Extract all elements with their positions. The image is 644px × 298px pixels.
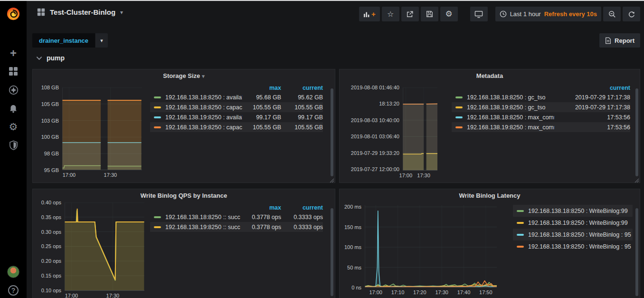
- legend-item[interactable]: 192.168.138.18:8250 : available 95.68 GB…: [150, 92, 323, 102]
- legend: 192.168.138.18:8250 : WriteBinlog:99 192…: [513, 205, 639, 252]
- y-axis-tick-label: 103 GB: [33, 118, 59, 124]
- report-button[interactable]: Report: [599, 33, 640, 48]
- dashboard-title-button[interactable]: Test-Cluster-Binlog ▾: [37, 8, 123, 16]
- y-axis-tick-label: 50 ms: [340, 265, 361, 270]
- page-title: Test-Cluster-Binlog: [50, 8, 115, 16]
- panel-resize-handle[interactable]: [329, 296, 334, 298]
- y-axis-tick-label: 0.25 ops: [33, 243, 61, 249]
- y-axis-tick-label: 100 ms: [340, 244, 361, 250]
- series-color-swatch: [517, 210, 524, 212]
- legend-item[interactable]: 192.168.138.19:8250 :: succ 0.3778 ops 0…: [150, 222, 323, 232]
- legend-header: current: [452, 84, 630, 92]
- panel-title[interactable]: Write Binlog Latency: [340, 192, 640, 199]
- time-range-picker[interactable]: Last 1 hour Refresh every 10s: [495, 7, 601, 21]
- legend-item[interactable]: 192.168.138.19:8250 : gc_tso 2019-07-29 …: [452, 102, 630, 112]
- help-question-icon[interactable]: ?: [0, 282, 27, 298]
- chevron-down-icon[interactable]: ▾: [95, 33, 108, 48]
- y-axis-tick-label: 98 GB: [33, 151, 59, 156]
- series-color-swatch: [455, 106, 463, 108]
- report-label: Report: [615, 37, 635, 44]
- server-admin-shield-icon[interactable]: [0, 137, 27, 153]
- save-icon: [426, 10, 433, 18]
- dashboard-grid-icon: [37, 8, 45, 16]
- configuration-gear-icon[interactable]: ⚙: [0, 119, 27, 135]
- navbar: Test-Cluster-Binlog ▾ + ☆ ⚙: [27, 1, 644, 27]
- y-axis-tick-label: 95 GB: [33, 167, 59, 173]
- explore-compass-icon[interactable]: [0, 82, 27, 98]
- legend-item[interactable]: 192.168.138.19:8250 : available 99.17 GB…: [150, 112, 323, 122]
- y-axis-tick-label: 0.30 ops: [33, 229, 61, 235]
- legend: max current 192.168.138.18:8250 :: succ …: [150, 203, 330, 232]
- refresh-button[interactable]: [623, 7, 640, 21]
- chevron-down-icon: ▾: [120, 9, 123, 16]
- alerting-bell-icon[interactable]: [0, 101, 27, 117]
- legend-scrollbar[interactable]: [331, 88, 333, 176]
- y-axis-tick-label: 0.10 ops: [33, 288, 61, 293]
- panel-write-binlog-latency: Write Binlog Latency 200 ms150 ms100 ms5…: [339, 189, 640, 298]
- x-axis-tick-label: 17:00: [56, 172, 82, 178]
- y-axis-tick-label: 0.15 ops: [33, 273, 61, 279]
- legend-item[interactable]: 192.168.138.18:8250 : WriteBinlog:99: [513, 205, 633, 217]
- panel-resize-handle[interactable]: [634, 296, 639, 298]
- save-button[interactable]: [421, 7, 438, 21]
- panel-title[interactable]: Write Binlog QPS by Instance: [33, 192, 335, 199]
- zoom-out-button[interactable]: [603, 7, 621, 21]
- panel-resize-handle[interactable]: [634, 176, 639, 182]
- legend-item[interactable]: 192.168.138.18:8250 : WriteBinlog : 95: [513, 229, 633, 240]
- series-color-swatch: [154, 116, 161, 118]
- y-axis-tick-label: 100 GB: [33, 134, 59, 140]
- y-axis-tick-label: 2019-07-29 19:33:20: [340, 150, 399, 156]
- user-avatar[interactable]: [0, 264, 27, 280]
- window-top-border: [0, 0, 644, 1]
- legend-item[interactable]: 192.168.138.19:8250 : capacity 105.55 GB…: [150, 122, 323, 132]
- panel-title[interactable]: Storage Size▾: [33, 72, 335, 79]
- create-plus-icon[interactable]: +: [0, 45, 27, 61]
- add-panel-button[interactable]: +: [359, 7, 380, 21]
- y-axis-tick-label: 200 ms: [340, 204, 361, 210]
- refresh-icon: [628, 10, 635, 18]
- series-color-swatch: [154, 96, 161, 98]
- legend-item[interactable]: 192.168.138.19:8250 : max_commit_tso 17:…: [452, 122, 630, 132]
- y-axis-tick-label: 2019-08-03 10:40:00: [340, 117, 399, 123]
- panel-storage-size: Storage Size▾ 108 GB105 GB103 GB100 GB98…: [32, 69, 335, 183]
- panel-resize-handle[interactable]: [329, 176, 334, 182]
- panel-metadata: Metadata 2019-08-08 01:46:4018:13:202019…: [339, 69, 640, 183]
- dashboards-grid-icon[interactable]: [0, 63, 27, 79]
- clock-icon: [500, 10, 507, 18]
- legend-item[interactable]: 192.168.138.18:8250 : max_commit_tso 17:…: [452, 112, 630, 122]
- share-icon: [406, 10, 414, 18]
- panel-title[interactable]: Metadata: [340, 72, 640, 79]
- tv-mode-button[interactable]: [470, 7, 488, 21]
- legend-item[interactable]: 192.168.138.18:8250 : capacity 105.55 GB…: [150, 102, 323, 112]
- panel-write-binlog-qps: Write Binlog QPS by Instance 0.40 ops0.3…: [32, 189, 335, 298]
- legend-item[interactable]: 192.168.138.18:8250 : gc_tso 2019-07-29 …: [452, 92, 630, 102]
- star-button[interactable]: ☆: [382, 7, 399, 21]
- legend-item[interactable]: 192.168.138.18:8250 :: succ 0.3778 ops 0…: [150, 212, 323, 222]
- legend-scrollbar[interactable]: [635, 88, 638, 176]
- variable-dropdown-drainer-instance[interactable]: drainer_instance ▾: [32, 33, 108, 48]
- zoom-out-icon: [608, 10, 616, 18]
- legend-scrollbar[interactable]: [331, 208, 333, 296]
- share-button[interactable]: [401, 7, 419, 21]
- settings-button[interactable]: ⚙: [440, 7, 458, 21]
- series-color-swatch: [154, 226, 161, 228]
- legend-item[interactable]: 192.168.138.19:8250 : WriteBinlog:99: [513, 217, 633, 229]
- variable-name-label: drainer_instance: [32, 33, 95, 48]
- sidebar: + ⚙ ?: [0, 1, 27, 298]
- legend-scrollbar[interactable]: [635, 208, 638, 296]
- gear-icon: ⚙: [445, 10, 453, 18]
- series-color-swatch: [517, 246, 524, 248]
- chevron-down-icon: [36, 54, 42, 62]
- y-axis-tick-label: 2019-08-08 01:46:40: [340, 85, 399, 90]
- row-header-pump[interactable]: pump: [36, 54, 65, 62]
- series-color-swatch: [517, 222, 524, 224]
- plus-icon: +: [371, 10, 376, 18]
- x-axis-tick-label: 17:30: [410, 173, 437, 178]
- y-axis-tick-label: 2019-08-01 03:06:40: [340, 134, 399, 139]
- report-document-icon: [605, 37, 611, 44]
- legend-item[interactable]: 192.168.138.19:8250 : WriteBinlog : 95: [513, 240, 633, 252]
- refresh-interval-label: Refresh every 10s: [544, 10, 597, 18]
- grafana-logo-icon[interactable]: [6, 7, 20, 21]
- panel-menu-caret-icon: ▾: [202, 73, 205, 79]
- y-axis-tick-label: 0.35 ops: [33, 214, 61, 220]
